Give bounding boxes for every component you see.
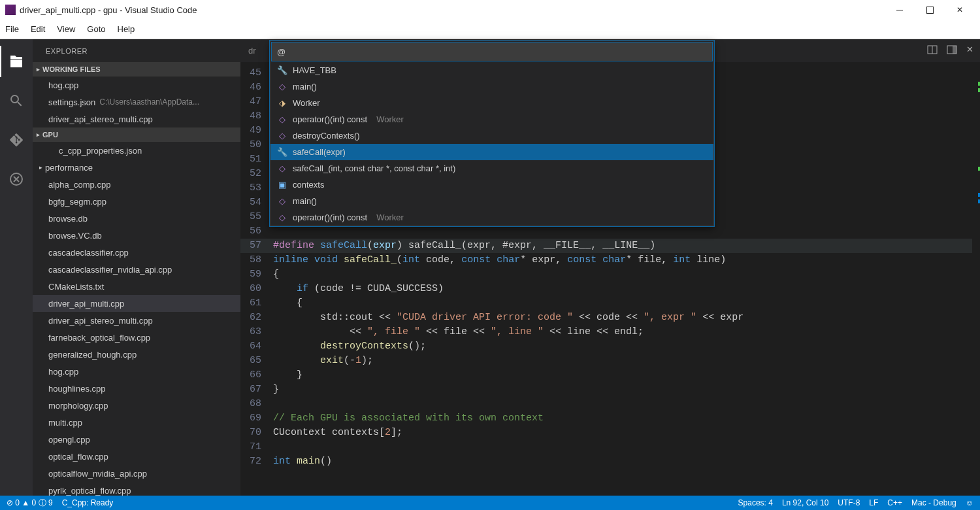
tree-item[interactable]: morphology.cpp	[33, 397, 240, 414]
tree-item[interactable]: c_cpp_properties.json	[33, 142, 240, 159]
menu-goto[interactable]: Goto	[87, 24, 105, 34]
tree-item[interactable]: CMakeLists.txt	[33, 278, 240, 295]
status-spaces[interactable]: Spaces: 4	[738, 498, 773, 507]
sidebar: EXPLORER WORKING FILES hog.cppsettings.j…	[33, 39, 240, 496]
quick-open-item[interactable]: 🔧HAVE_TBB	[270, 62, 713, 78]
tree-item[interactable]: hog.cpp	[33, 363, 240, 380]
quick-open-item[interactable]: ▣contexts	[270, 177, 713, 193]
tree-item[interactable]: cascadeclassifier_nvidia_api.cpp	[33, 261, 240, 278]
minimize-button[interactable]	[885, 0, 915, 20]
editor-tab[interactable]: dr	[240, 39, 264, 62]
quick-open-item[interactable]: ◇destroyContexts()	[270, 128, 713, 144]
tree-item[interactable]: farneback_optical_flow.cpp	[33, 329, 240, 346]
vscode-icon	[5, 5, 16, 15]
window-title: driver_api_multi.cpp - gpu - Visual Stud…	[20, 5, 197, 15]
quick-open-item[interactable]: ⬗Worker	[270, 95, 713, 111]
activity-bar	[0, 39, 33, 496]
working-files-header[interactable]: WORKING FILES	[33, 62, 240, 76]
close-icon[interactable]: ✕	[966, 44, 973, 57]
tree-item[interactable]: houghlines.cpp	[33, 380, 240, 397]
quick-open-input[interactable]: @	[272, 42, 712, 61]
tree-item[interactable]: generalized_hough.cpp	[33, 346, 240, 363]
quick-open: @ 🔧HAVE_TBB◇main()⬗Worker◇operator()(int…	[270, 41, 714, 226]
tree-item[interactable]: opengl.cpp	[33, 431, 240, 448]
explorer-icon[interactable]	[0, 46, 33, 77]
more-icon[interactable]	[947, 44, 957, 57]
tree-item[interactable]: performance	[33, 159, 240, 176]
menu-bar: FileEditViewGotoHelp	[0, 20, 980, 39]
quick-open-item[interactable]: 🔧safeCall(expr)	[270, 144, 713, 160]
menu-file[interactable]: File	[5, 24, 19, 34]
status-encoding[interactable]: UTF-8	[838, 498, 860, 507]
feedback-icon[interactable]: ☺	[966, 498, 973, 507]
menu-help[interactable]: Help	[118, 24, 135, 34]
search-icon[interactable]	[0, 85, 33, 116]
tree-item[interactable]: bgfg_segm.cpp	[33, 193, 240, 210]
status-problems[interactable]: ⊘ 0 ▲ 0 ⓘ 9	[7, 498, 53, 509]
status-eol[interactable]: LF	[869, 498, 878, 507]
debug-icon[interactable]	[0, 163, 33, 195]
status-lang[interactable]: C++	[887, 498, 902, 507]
split-editor-icon[interactable]	[927, 44, 938, 57]
working-file[interactable]: hog.cpp	[33, 76, 240, 94]
status-position[interactable]: Ln 92, Col 10	[782, 498, 828, 507]
menu-edit[interactable]: Edit	[31, 24, 45, 34]
title-bar: driver_api_multi.cpp - gpu - Visual Stud…	[0, 0, 980, 20]
tree-item[interactable]: opticalflow_nvidia_api.cpp	[33, 465, 240, 482]
svg-rect-4	[953, 46, 956, 54]
quick-open-item[interactable]: ◇safeCall_(int, const char *, const char…	[270, 160, 713, 177]
status-bar: ⊘ 0 ▲ 0 ⓘ 9 C_Cpp: Ready Spaces: 4 Ln 92…	[0, 496, 980, 510]
tree-item[interactable]: optical_flow.cpp	[33, 448, 240, 465]
close-button[interactable]	[945, 0, 975, 20]
tree-item[interactable]: browse.VC.db	[33, 227, 240, 244]
tree-item[interactable]: pyrlk_optical_flow.cpp	[33, 482, 240, 496]
quick-open-item[interactable]: ◇operator()(int) constWorker	[270, 111, 713, 128]
quick-open-item[interactable]: ◇operator()(int) constWorker	[270, 209, 713, 226]
tree-item[interactable]: driver_api_stereo_multi.cpp	[33, 312, 240, 329]
tree-item[interactable]: driver_api_multi.cpp	[33, 295, 240, 312]
tree-item[interactable]: multi.cpp	[33, 414, 240, 431]
minimap[interactable]	[972, 62, 980, 496]
tree-item[interactable]: cascadeclassifier.cpp	[33, 244, 240, 261]
quick-open-item[interactable]: ◇main()	[270, 78, 713, 95]
tree-item[interactable]: browse.db	[33, 210, 240, 227]
status-config[interactable]: Mac - Debug	[911, 498, 956, 507]
git-icon[interactable]	[0, 124, 33, 156]
project-header[interactable]: GPU	[33, 128, 240, 142]
sidebar-title: EXPLORER	[33, 39, 240, 62]
working-file[interactable]: driver_api_stereo_multi.cpp	[33, 110, 240, 128]
menu-view[interactable]: View	[57, 24, 75, 34]
maximize-button[interactable]	[915, 0, 945, 20]
tree-item[interactable]: alpha_comp.cpp	[33, 176, 240, 193]
window-controls	[885, 0, 975, 20]
quick-open-item[interactable]: ◇main()	[270, 193, 713, 209]
status-ccpp[interactable]: C_Cpp: Ready	[62, 498, 114, 507]
working-file[interactable]: settings.jsonC:\Users\aasthan\AppData...	[33, 94, 240, 110]
